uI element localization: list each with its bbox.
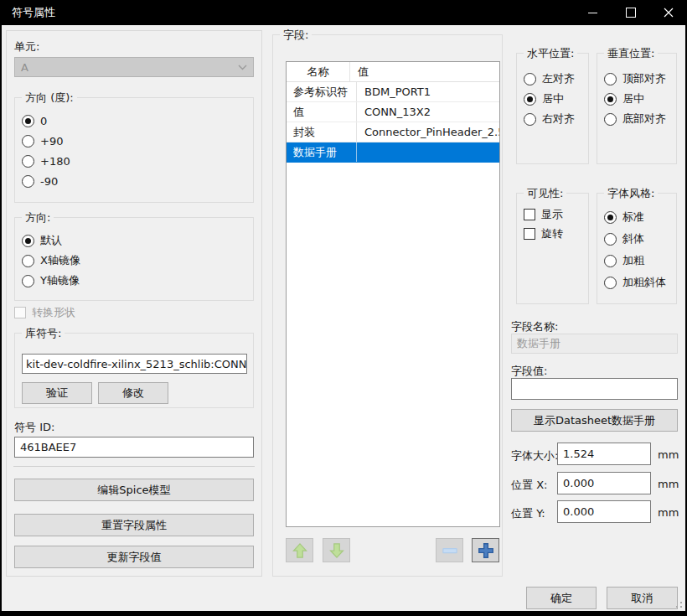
h-align-group: 水平位置: 左对齐 居中 右对齐 (516, 53, 589, 164)
show-datasheet-button[interactable]: 显示Datasheet数据手册 (511, 409, 678, 432)
cell-value (357, 142, 499, 162)
column-header-name[interactable]: 名称 (287, 62, 350, 81)
font-style-bold-italic-option[interactable]: 加粗斜体 (604, 276, 676, 289)
symbol-id-input[interactable]: 461BAEE7 (14, 437, 254, 458)
convert-shape-checkbox-row[interactable]: 转换形状 (14, 306, 75, 319)
field-name-input[interactable]: 数据手册 (511, 334, 678, 354)
radio-label: 顶部对齐 (622, 71, 666, 86)
orientation-option-90[interactable]: +90 (22, 134, 253, 148)
maximize-button[interactable] (612, 0, 649, 25)
radio-icon[interactable] (604, 93, 617, 106)
radio-label: 标准 (622, 210, 644, 225)
orientation-option-180[interactable]: +180 (22, 154, 253, 168)
font-style-normal-option[interactable]: 标准 (604, 210, 676, 224)
table-row-reference[interactable]: 参考标识符 BDM_PORT1 (287, 82, 499, 102)
column-header-value[interactable]: 值 (350, 62, 499, 81)
radio-icon[interactable] (604, 255, 617, 267)
reset-field-properties-button[interactable]: 重置字段属性 (14, 514, 254, 536)
radio-icon[interactable] (604, 233, 617, 246)
resize-grip[interactable] (675, 601, 682, 608)
v-align-bottom-option[interactable]: 底部对齐 (604, 112, 676, 126)
radio-icon[interactable] (604, 211, 617, 224)
radio-icon[interactable] (22, 115, 34, 127)
table-row-value[interactable]: 值 CONN_13X2 (287, 102, 499, 122)
radio-icon[interactable] (22, 255, 34, 267)
update-field-values-button[interactable]: 更新字段值 (14, 546, 254, 568)
pos-x-input[interactable]: 0.000 (557, 472, 651, 494)
pos-y-value: 0.000 (563, 505, 594, 518)
visibility-show-checkbox-row[interactable]: 显示 (524, 208, 588, 221)
change-button[interactable]: 修改 (98, 382, 168, 404)
mirror-option-y[interactable]: Y轴镜像 (22, 274, 253, 287)
minimize-button[interactable] (574, 0, 612, 25)
font-style-italic-option[interactable]: 斜体 (604, 232, 676, 246)
fields-group: 字段: 名称 值 参考标识符 BDM_PORT1 值 CONN_13X2 封装 … (272, 34, 503, 577)
validate-button[interactable]: 验证 (22, 382, 92, 404)
library-symbol-input[interactable]: kit-dev-coldfire-xilinx_5213_schlib:CONN… (22, 354, 247, 374)
window-controls (574, 0, 687, 25)
radio-icon[interactable] (22, 235, 34, 247)
radio-icon[interactable] (22, 135, 34, 148)
add-field-button[interactable] (472, 538, 499, 562)
fields-group-label: 字段: (280, 28, 312, 43)
pos-x-label: 位置 X: (511, 478, 547, 493)
unit-value: A (21, 61, 28, 74)
table-row-datasheet[interactable]: 数据手册 (287, 142, 499, 163)
checkbox-icon[interactable] (14, 307, 26, 318)
chevron-down-icon (238, 65, 247, 70)
pos-y-input[interactable]: 0.000 (557, 500, 651, 523)
font-size-value: 1.524 (563, 448, 594, 460)
h-align-left-option[interactable]: 左对齐 (524, 72, 588, 85)
h-align-right-option[interactable]: 右对齐 (524, 112, 588, 126)
v-align-center-option[interactable]: 居中 (604, 92, 676, 106)
radio-label: 居中 (542, 91, 564, 106)
radio-label: 加粗斜体 (622, 275, 666, 290)
checkbox-icon[interactable] (524, 209, 535, 220)
checkbox-label: 显示 (541, 207, 563, 222)
radio-icon[interactable] (604, 277, 617, 289)
radio-icon[interactable] (524, 113, 536, 126)
separator-line (13, 466, 255, 467)
close-button[interactable] (649, 0, 687, 25)
field-value-input[interactable] (511, 378, 678, 400)
orientation-option-0[interactable]: 0 (22, 114, 253, 127)
radio-icon[interactable] (524, 93, 536, 106)
edit-spice-model-button[interactable]: 编辑Spice模型 (14, 479, 254, 501)
mirror-option-x[interactable]: X轴镜像 (22, 254, 253, 267)
dialog-body: 单元: A 方向 (度): 0 +90 +180 -90 方向: 默认 X轴镜像 (2, 25, 685, 611)
font-style-bold-option[interactable]: 加粗 (604, 254, 676, 267)
library-symbol-group-label: 库符号: (22, 326, 65, 341)
radio-label: +90 (40, 135, 63, 148)
unit-combobox[interactable]: A (14, 57, 254, 77)
h-align-center-option[interactable]: 居中 (524, 92, 588, 106)
symbol-properties-dialog: 符号属性 单元: A 方向 (度): 0 +90 +180 -9 (0, 0, 687, 616)
radio-icon[interactable] (604, 73, 617, 85)
minus-icon (442, 542, 458, 559)
cancel-button[interactable]: 取消 (607, 587, 678, 609)
library-symbol-group: 库符号: kit-dev-coldfire-xilinx_5213_schlib… (14, 333, 254, 408)
radio-icon[interactable] (604, 113, 617, 126)
radio-icon[interactable] (22, 175, 34, 188)
mirror-option-default[interactable]: 默认 (22, 234, 253, 247)
table-row-footprint[interactable]: 封装 Connector_PinHeader_2.54m... (287, 122, 499, 142)
pos-x-unit: mm (658, 478, 679, 490)
radio-icon[interactable] (22, 275, 34, 287)
fields-table-header: 名称 值 (287, 62, 499, 82)
v-align-top-option[interactable]: 顶部对齐 (604, 72, 676, 85)
radio-icon[interactable] (22, 155, 34, 168)
cell-value: BDM_PORT1 (357, 82, 499, 101)
move-field-up-button[interactable] (286, 538, 313, 562)
font-size-input[interactable]: 1.524 (557, 443, 651, 465)
arrow-up-icon (292, 542, 308, 559)
ok-button[interactable]: 确定 (526, 587, 597, 609)
delete-field-button[interactable] (436, 538, 463, 562)
checkbox-icon[interactable] (524, 228, 535, 240)
visibility-rotate-checkbox-row[interactable]: 旋转 (524, 227, 588, 241)
maximize-icon (626, 8, 636, 18)
move-field-down-button[interactable] (323, 538, 350, 562)
radio-icon[interactable] (524, 73, 536, 85)
window-title: 符号属性 (12, 5, 55, 20)
orientation-group: 方向 (度): 0 +90 +180 -90 (14, 97, 254, 203)
orientation-option-neg90[interactable]: -90 (22, 174, 253, 188)
checkbox-label: 旋转 (541, 226, 563, 241)
